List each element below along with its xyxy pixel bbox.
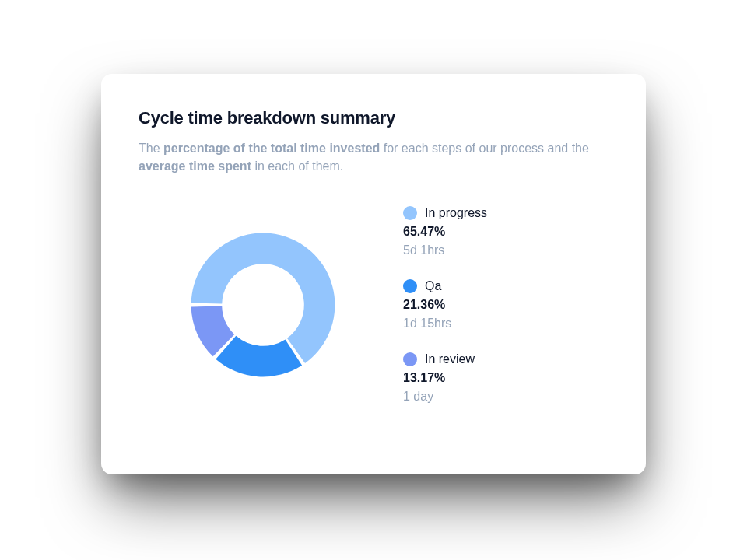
donut-chart [177,219,349,390]
subtitle-bold: average time spent [139,159,251,173]
donut-slice [216,336,302,377]
legend-dot-icon [403,352,417,366]
legend-item-in-review: In review 13.17% 1 day [403,352,608,404]
legend: In progress 65.47% 5d 1hrs Qa 21.36% 1d … [403,206,608,404]
legend-dot-icon [403,206,417,220]
donut-chart-wrap [139,219,388,390]
card-title: Cycle time breakdown summary [139,108,608,128]
subtitle-text: in each of them. [251,159,343,173]
legend-time: 5d 1hrs [403,243,608,257]
legend-head: In progress [403,206,608,220]
legend-time: 1d 15hrs [403,317,608,331]
legend-percent: 21.36% [403,298,608,312]
legend-label: Qa [425,279,441,293]
subtitle-text: for each steps of our process and the [380,142,589,155]
legend-percent: 13.17% [403,371,608,385]
legend-time: 1 day [403,390,608,404]
legend-item-qa: Qa 21.36% 1d 15hrs [403,279,608,331]
legend-head: Qa [403,279,608,293]
legend-item-in-progress: In progress 65.47% 5d 1hrs [403,206,608,257]
subtitle-text: The [139,142,163,155]
legend-dot-icon [403,279,417,293]
legend-head: In review [403,352,608,366]
legend-percent: 65.47% [403,225,608,239]
summary-card: Cycle time breakdown summary The percent… [101,74,646,474]
card-content: In progress 65.47% 5d 1hrs Qa 21.36% 1d … [139,206,608,404]
legend-label: In progress [425,206,487,220]
subtitle-bold: percentage of the total time invested [163,142,380,155]
legend-label: In review [425,352,475,366]
card-subtitle: The percentage of the total time investe… [139,139,605,175]
